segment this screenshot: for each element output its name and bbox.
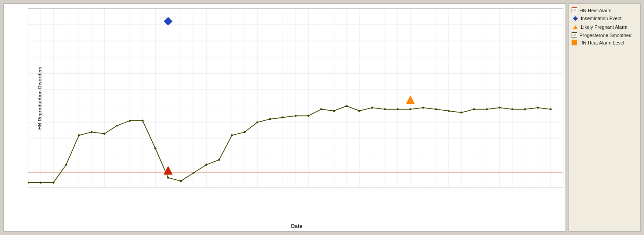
svg-point-106	[486, 108, 488, 110]
chart-area: HN Reproduction Disorders	[3, 3, 566, 232]
svg-point-92	[307, 115, 310, 117]
pregnant-alarm-icon	[572, 24, 579, 31]
pregnant-alarm-label: Likely Pregnant Alarm	[581, 24, 627, 30]
svg-point-108	[511, 108, 514, 110]
svg-point-110	[537, 107, 539, 109]
svg-point-84	[205, 163, 208, 166]
chart-inner: HN Reproduction Disorders	[28, 8, 563, 187]
legend-item-heat-alarm[interactable]: HN Heat Alarm	[572, 7, 637, 13]
svg-point-89	[269, 118, 271, 120]
svg-point-78	[129, 119, 131, 122]
svg-point-90	[282, 116, 284, 119]
chart-container: HN Reproduction Disorders	[0, 0, 644, 235]
svg-point-101	[422, 107, 424, 109]
svg-point-91	[295, 115, 297, 117]
heat-alarm-checkbox[interactable]	[572, 7, 577, 13]
svg-point-109	[524, 108, 526, 110]
svg-marker-112	[164, 17, 172, 26]
svg-point-107	[498, 107, 501, 109]
svg-point-111	[549, 108, 552, 110]
svg-marker-159	[573, 16, 578, 21]
progesterone-label: Progesterone Smoothed	[579, 33, 631, 38]
heat-alarm-label: HN Heat Alarm	[579, 8, 611, 13]
chart-svg: 55 50 45 40 35 30 25 20 15 10 5 0	[28, 8, 563, 187]
svg-point-87	[244, 131, 246, 133]
svg-point-79	[142, 119, 144, 122]
svg-point-70	[28, 181, 29, 184]
svg-point-100	[409, 108, 412, 110]
svg-point-80	[154, 147, 157, 150]
svg-marker-160	[573, 25, 578, 29]
svg-marker-114	[406, 96, 414, 104]
legend-item-alarm-level[interactable]: HN Heat Alarm Level	[572, 40, 637, 45]
svg-point-105	[473, 108, 475, 110]
svg-point-95	[346, 105, 348, 107]
svg-point-99	[396, 108, 399, 110]
legend-item-progesterone[interactable]: Progesterone Smoothed	[572, 32, 637, 38]
svg-point-98	[384, 108, 386, 110]
svg-point-77	[116, 125, 118, 127]
svg-point-82	[180, 180, 182, 182]
legend-panel: HN Heat Alarm Insemination Event Likely …	[569, 3, 641, 232]
x-axis-label: Date	[4, 222, 566, 231]
svg-point-103	[447, 110, 450, 112]
progesterone-checkbox[interactable]	[572, 32, 577, 38]
legend-item-insemination[interactable]: Insemination Event	[572, 15, 637, 22]
svg-point-102	[435, 108, 437, 110]
svg-point-74	[78, 134, 80, 136]
insemination-icon	[572, 15, 579, 22]
svg-point-72	[52, 181, 55, 184]
legend-item-pregnant[interactable]: Likely Pregnant Alarm	[572, 24, 637, 31]
svg-point-71	[40, 181, 42, 184]
svg-point-75	[91, 131, 93, 133]
svg-point-86	[231, 134, 233, 136]
svg-point-85	[218, 159, 220, 161]
svg-point-104	[460, 112, 463, 114]
svg-point-88	[256, 121, 259, 123]
svg-point-94	[333, 110, 335, 112]
alarm-level-color-box	[572, 40, 577, 45]
svg-point-76	[103, 133, 106, 135]
svg-point-93	[320, 108, 322, 110]
svg-point-96	[358, 110, 361, 112]
svg-point-81	[167, 177, 169, 179]
alarm-level-label: HN Heat Alarm Level	[579, 40, 624, 45]
svg-point-73	[65, 163, 67, 166]
svg-point-83	[193, 172, 195, 174]
svg-point-97	[371, 107, 373, 109]
insemination-label: Insemination Event	[581, 16, 622, 21]
